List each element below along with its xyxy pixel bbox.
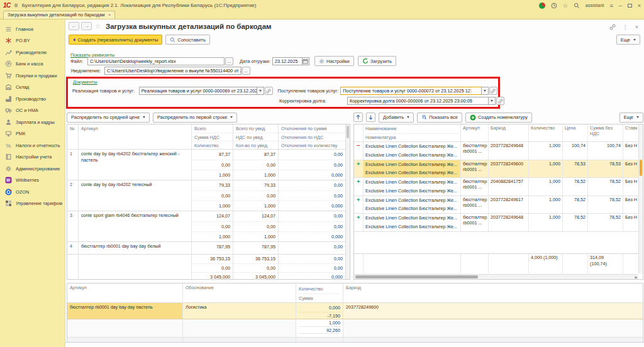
table-row[interactable]: +Exclusive Linen Collection Бюстгальтер … xyxy=(354,160,638,179)
cell[interactable]: 87,37 xyxy=(192,150,233,160)
cell[interactable]: 1,000 xyxy=(233,201,278,211)
favorites-icon[interactable]: ☆ xyxy=(563,3,568,9)
sidebar-item-os-i-nma[interactable]: ОС и НМА xyxy=(0,105,65,117)
cell-article[interactable]: бюстгалтер rb0001 ... xyxy=(461,178,489,196)
cell[interactable]: 0,00 xyxy=(279,242,345,252)
notification-browse-button[interactable]: ... xyxy=(242,67,250,75)
cell-vat[interactable]: Без Н xyxy=(623,214,638,231)
cell[interactable]: 0,00 xyxy=(279,180,345,190)
cell-qty[interactable]: 1,000 xyxy=(529,178,563,196)
sidebar-item-administrirovanie[interactable]: Администрирование xyxy=(0,163,65,175)
table-row[interactable]: +Exclusive Linen Collection Бюстгальтер … xyxy=(354,196,638,214)
cell[interactable]: 79,33 xyxy=(233,180,278,190)
show-all-button[interactable]: Показать все xyxy=(417,113,462,123)
cell[interactable]: 1,000 xyxy=(192,231,233,241)
realization-open-icon[interactable] xyxy=(265,87,273,95)
back-button[interactable]: ← xyxy=(69,22,79,30)
cell-barcode[interactable]: 2037728249600 xyxy=(489,160,529,178)
history-icon[interactable] xyxy=(551,3,557,9)
sidebar-item-ozon[interactable]: OZON xyxy=(0,186,65,198)
sidebar-item-wildberries[interactable]: WWildberries xyxy=(0,175,65,187)
form-more-button[interactable]: Еще xyxy=(616,35,640,45)
load-button[interactable]: Загрузить xyxy=(358,56,396,66)
debt-open-icon[interactable] xyxy=(496,97,504,105)
cell-price[interactable]: 78,52 xyxy=(563,214,588,231)
cell[interactable]: 0,00 xyxy=(233,221,278,231)
distribute-first-row-button[interactable]: Распределить по первой строке xyxy=(153,113,237,123)
cell[interactable]: 1,000 xyxy=(233,231,278,241)
search-icon[interactable] xyxy=(574,3,580,9)
table-row[interactable]: −Exclusive Linen Collection Бюстгальтер … xyxy=(354,142,638,160)
cell-article[interactable]: conte sport glam rb4046 бюстгальтер теле… xyxy=(79,211,192,241)
tab-zagruzka-detalizaciy[interactable]: Загрузка выкупных детализаций по баркода… xyxy=(3,11,115,19)
sidebar-item-rmk[interactable]: РМК xyxy=(0,128,65,140)
distribute-avg-price-button[interactable]: Распределить по средней цене xyxy=(67,113,150,123)
cell-qty[interactable]: 1,000 xyxy=(529,142,563,160)
close-form-icon[interactable]: × xyxy=(635,24,638,30)
get-link-icon[interactable] xyxy=(609,24,616,30)
cell-vat[interactable]: Без Н xyxy=(623,178,638,196)
cell[interactable]: 124,07 xyxy=(233,211,278,221)
cell-article[interactable]: бюстгалтер rb0001 ... xyxy=(461,160,489,178)
cell[interactable]: 0,00 xyxy=(279,221,345,231)
cell-name[interactable]: Exclusive Linen Collection Бюстгальтер Ж… xyxy=(364,178,461,196)
cell[interactable]: 1,000 xyxy=(192,201,233,211)
left-table-vscrollbar[interactable] xyxy=(345,124,350,279)
table-row[interactable]: +Exclusive Linen Collection Бюстгальтер … xyxy=(354,214,638,232)
cell-barcode[interactable]: 2037728249648 xyxy=(489,214,529,231)
documents-section-link[interactable]: Документы xyxy=(73,79,97,85)
add-button[interactable]: Добавить xyxy=(379,113,414,123)
cell[interactable]: 0,000 xyxy=(279,201,345,211)
receipt-dropdown-button[interactable] xyxy=(482,87,489,95)
cell[interactable]: 124,07 xyxy=(192,211,233,221)
realization-input[interactable]: Реализация товаров и услуг 0000-000069 о… xyxy=(139,87,257,95)
right-table-more-button[interactable]: Еще xyxy=(619,113,643,123)
cell-article[interactable]: conte day by day rb4202 бюстгальтер женс… xyxy=(79,150,192,180)
cell[interactable]: 0,000 xyxy=(279,231,345,241)
cell-sum[interactable]: 78,53 xyxy=(588,160,623,178)
cell[interactable]: 0,000 xyxy=(279,170,345,180)
cell-barcode[interactable]: 2037728249600 xyxy=(343,303,643,319)
cell-qty[interactable]: 0,000 xyxy=(299,304,340,312)
tab-close-icon[interactable]: × xyxy=(108,12,111,18)
cell[interactable]: 0,00 xyxy=(279,190,345,201)
cell-barcode[interactable]: 2037728249648 xyxy=(489,142,529,160)
cell-article[interactable]: бюстгалтер rb0001 day bay day пастель xyxy=(67,303,183,319)
receipt-input[interactable]: Поступление товаров и услуг 0000-000072 … xyxy=(340,87,482,95)
cell[interactable]: 0,00 xyxy=(279,160,345,170)
cell-vat[interactable]: Без Н xyxy=(623,196,638,214)
restore-button[interactable] xyxy=(628,4,632,8)
cell-article[interactable]: бюстгалтер rb0001 ... xyxy=(461,196,489,214)
sidebar-item-nalogi-i-otchetnost[interactable]: %Налоги и отчетность xyxy=(0,140,65,151)
cell-sum[interactable]: 100,74 xyxy=(588,142,623,160)
right-table-vscrollbar[interactable] xyxy=(638,124,643,273)
main-menu-icon[interactable]: ≡ xyxy=(14,2,18,9)
cell-article[interactable]: бюстгалтер rb0001 day bay day белый xyxy=(79,242,192,254)
settings-button[interactable]: Настройки xyxy=(314,56,354,66)
sidebar-item-glavnoe[interactable]: Главное xyxy=(0,23,65,35)
table-row[interactable]: 1conte day by day rb4202 бюстгальтер жен… xyxy=(67,150,345,180)
cell[interactable]: 0,00 xyxy=(233,160,278,170)
sidebar-item-upravlenie-tarifom[interactable]: Управление тарифом xyxy=(0,198,65,210)
calendar-icon[interactable] xyxy=(303,57,309,65)
receipt-open-icon[interactable] xyxy=(489,87,497,95)
cell-name[interactable]: Exclusive Linen Collection Бюстгальтер Ж… xyxy=(364,142,461,160)
cell-article[interactable]: бюстгалтер rb0001 ... xyxy=(461,142,489,160)
debt-dropdown-button[interactable] xyxy=(489,97,496,105)
file-input[interactable]: C:\Users\User\Desktop\weekly_report.xlsx xyxy=(87,57,225,65)
file-browse-button[interactable]: ... xyxy=(225,57,233,65)
create-nomenclature-button[interactable]: Создать номенклатуру xyxy=(465,113,532,123)
minimize-button[interactable]: – xyxy=(619,3,622,9)
cell-article[interactable]: бюстгалтер rb0001 ... xyxy=(461,214,489,231)
debt-input[interactable]: Корректировка долга 0000-000006 от 23.12… xyxy=(347,97,489,105)
cell-barcode[interactable]: 2040882841757 xyxy=(489,178,529,196)
cell-vat[interactable]: Без Н xyxy=(623,160,638,178)
cell-name[interactable]: Exclusive Linen Collection Бюстгальтер Ж… xyxy=(364,214,461,231)
sidebar-item-proizvodstvo[interactable]: Производство xyxy=(0,93,65,105)
sidebar-item-po-by[interactable]: PO.BY xyxy=(0,35,65,47)
cell-barcode[interactable]: 2037728249617 xyxy=(489,196,529,214)
cell-reason[interactable]: Логистика xyxy=(183,303,296,319)
table-row[interactable]: 2conte day by day rb4202 телесный79,330,… xyxy=(67,180,345,211)
close-window-button[interactable]: × xyxy=(638,3,641,9)
table-row[interactable]: 4бюстгалтер rb0001 day bay day белый787,… xyxy=(67,242,345,255)
